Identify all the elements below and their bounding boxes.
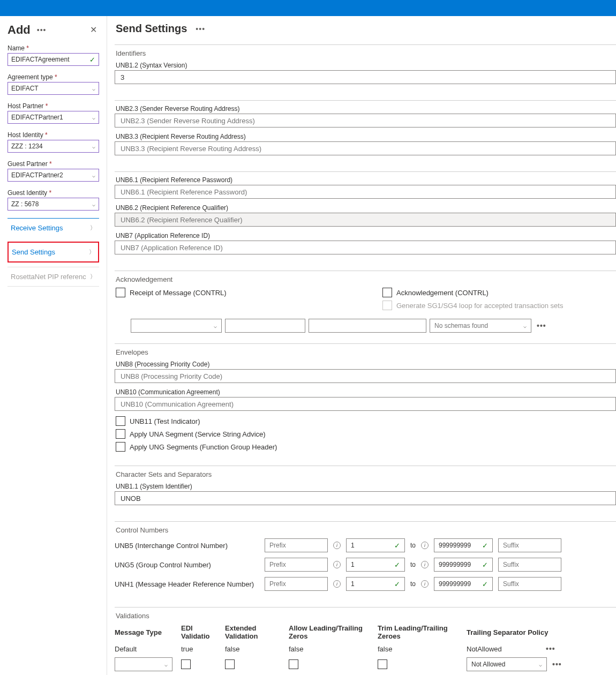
host-partner-select[interactable]: EDIFACTPartner1 ⌵: [7, 111, 99, 124]
ung-checkbox[interactable]: [116, 442, 125, 452]
nav-send-settings[interactable]: Send Settings 〉: [7, 242, 99, 262]
val-row1-more-icon[interactable]: •••: [544, 644, 558, 653]
info-icon[interactable]: i: [421, 561, 429, 568]
receipt-label: Receipt of Message (CONTRL): [130, 289, 227, 297]
unb5-from[interactable]: 1✓: [346, 538, 405, 552]
unb10-input[interactable]: UNB10 (Communication Agreement): [115, 397, 616, 411]
add-sidebar: Add ••• ✕ Name ✓ Agreement type EDIFACT …: [0, 16, 107, 675]
unb12-label: UNB1.2 (Syntax Version): [115, 62, 616, 69]
ung5-to[interactable]: 999999999✓: [434, 558, 493, 572]
ung5-prefix[interactable]: Prefix: [265, 558, 328, 572]
val-trim-checkbox[interactable]: [378, 659, 387, 669]
nav-rosettanet[interactable]: RosettaNet PIP referenc 〉: [7, 267, 99, 287]
unb61-input[interactable]: UNB6.1 (Recipient Reference Password): [115, 185, 616, 199]
unb5-to[interactable]: 999999999✓: [434, 538, 493, 552]
info-icon[interactable]: i: [333, 561, 341, 568]
unh1-prefix[interactable]: Prefix: [265, 577, 328, 591]
col-lead: Allow Leading/Trailing Zeros: [289, 624, 375, 640]
check-icon: ✓: [394, 580, 400, 588]
to-label: to: [410, 580, 416, 588]
unh1-label: UNH1 (Message Header Reference Number): [115, 580, 259, 588]
unb11-sys-label: UNB1.1 (System Identifier): [115, 483, 616, 490]
chevron-down-icon: ⌵: [92, 144, 95, 149]
section-envelopes: Envelopes UNB8 (Processing Priority Code…: [115, 343, 616, 462]
unb8-label: UNB8 (Processing Priority Code): [115, 361, 616, 368]
ung5-from[interactable]: 1✓: [346, 558, 405, 572]
nav-receive-settings[interactable]: Receive Settings 〉: [7, 218, 99, 237]
gen-loop-checkbox: [382, 301, 392, 310]
val-edi-checkbox[interactable]: [181, 659, 191, 669]
section-acknowledgement: Acknowledgement Receipt of Message (CONT…: [115, 271, 616, 340]
unh1-to[interactable]: 999999999✓: [434, 577, 493, 591]
validations-row-new: ⌵ Not Allowed⌵ •••: [115, 657, 616, 671]
host-identity-select[interactable]: ZZZ : 1234 ⌵: [7, 140, 99, 153]
agreement-type-select[interactable]: EDIFACT ⌵: [7, 82, 99, 95]
main-more-icon[interactable]: •••: [196, 25, 205, 33]
guest-identity-select[interactable]: ZZ : 5678 ⌵: [7, 198, 99, 211]
info-icon[interactable]: i: [421, 542, 429, 549]
unb62-input[interactable]: UNB6.2 (Recipient Reference Qualifier): [115, 213, 616, 227]
guest-partner-select[interactable]: EDIFACTPartner2 ⌵: [7, 169, 99, 182]
chevron-right-icon: 〉: [90, 273, 96, 281]
to-label: to: [410, 561, 416, 568]
val-lead-checkbox[interactable]: [289, 659, 298, 669]
receipt-checkbox[interactable]: [116, 288, 125, 297]
main-content: Send Settings ••• Identifiers UNB1.2 (Sy…: [107, 16, 616, 675]
unb7-label: UNB7 (Application Reference ID): [115, 232, 616, 239]
section-routing: UNB2.3 (Sender Reverse Routing Address) …: [115, 100, 616, 168]
info-icon[interactable]: i: [333, 580, 341, 588]
ack-contrl-checkbox[interactable]: [382, 288, 392, 297]
unb11-checkbox[interactable]: [116, 416, 125, 426]
col-trim: Trim Leading/Trailing Zeroes: [378, 624, 464, 640]
unb5-suffix[interactable]: Suffix: [498, 538, 561, 552]
info-icon[interactable]: i: [421, 580, 429, 588]
name-input-field[interactable]: [11, 56, 89, 63]
guest-partner-label: Guest Partner: [7, 160, 99, 168]
val-trim: false: [378, 645, 464, 653]
section-label-envelopes: Envelopes: [115, 348, 616, 356]
close-icon[interactable]: ✕: [88, 22, 99, 37]
unb7-input[interactable]: UNB7 (Application Reference ID): [115, 241, 616, 254]
name-input[interactable]: ✓: [7, 53, 99, 66]
unb11-sys-input[interactable]: UNOB: [115, 491, 616, 505]
unb12-input[interactable]: 3: [115, 70, 616, 84]
check-icon: ✓: [482, 542, 488, 550]
section-label-charset: Character Sets and Separators: [115, 470, 616, 478]
chevron-down-icon: ⌵: [92, 201, 95, 207]
unb23-input[interactable]: UNB2.3 (Sender Reverse Routing Address): [115, 114, 616, 128]
val-msg-type-select[interactable]: ⌵: [115, 657, 172, 671]
ack-select-1[interactable]: ⌵: [131, 319, 222, 333]
validations-row-default: Default true false false false NotAllowe…: [115, 644, 616, 653]
unh1-suffix[interactable]: Suffix: [498, 577, 561, 591]
una-checkbox[interactable]: [116, 429, 125, 439]
unh1-from[interactable]: 1✓: [346, 577, 405, 591]
unb8-input[interactable]: UNB8 (Processing Priority Code): [115, 369, 616, 383]
control-row-unb5: UNB5 (Interchange Control Number) Prefix…: [115, 538, 616, 552]
chevron-right-icon: 〉: [89, 248, 95, 256]
unb33-input[interactable]: UNB3.3 (Recipient Reverse Routing Addres…: [115, 141, 616, 155]
ung5-suffix[interactable]: Suffix: [498, 558, 561, 572]
ack-select-2[interactable]: [225, 319, 305, 333]
sidebar-more-icon[interactable]: •••: [37, 26, 47, 34]
col-edi: EDI Validatio: [181, 624, 223, 640]
val-msg-type: Default: [115, 645, 179, 653]
ack-select-3[interactable]: [309, 319, 426, 333]
unb5-prefix[interactable]: Prefix: [265, 538, 328, 552]
val-row2-more-icon[interactable]: •••: [550, 660, 564, 669]
chevron-down-icon: ⌵: [214, 323, 217, 329]
val-ext-checkbox[interactable]: [225, 659, 235, 669]
val-trail-select[interactable]: Not Allowed⌵: [467, 657, 547, 671]
info-icon[interactable]: i: [333, 542, 341, 549]
section-recipient-ref: UNB6.1 (Recipient Reference Password) UN…: [115, 171, 616, 267]
col-ext: Extended Validation: [225, 624, 287, 640]
host-partner-label: Host Partner: [7, 102, 99, 110]
check-icon: ✓: [394, 561, 400, 569]
name-label: Name: [7, 44, 99, 52]
ack-schema-select[interactable]: No schemas found⌵: [430, 319, 531, 333]
unb61-label: UNB6.1 (Recipient Reference Password): [115, 176, 616, 184]
check-icon: ✓: [394, 542, 400, 550]
guest-identity-label: Guest Identity: [7, 189, 99, 197]
ack-more-icon[interactable]: •••: [535, 321, 549, 330]
chevron-down-icon: ⌵: [523, 323, 527, 329]
section-validations: Validations Message Type EDI Validatio E…: [115, 607, 616, 675]
